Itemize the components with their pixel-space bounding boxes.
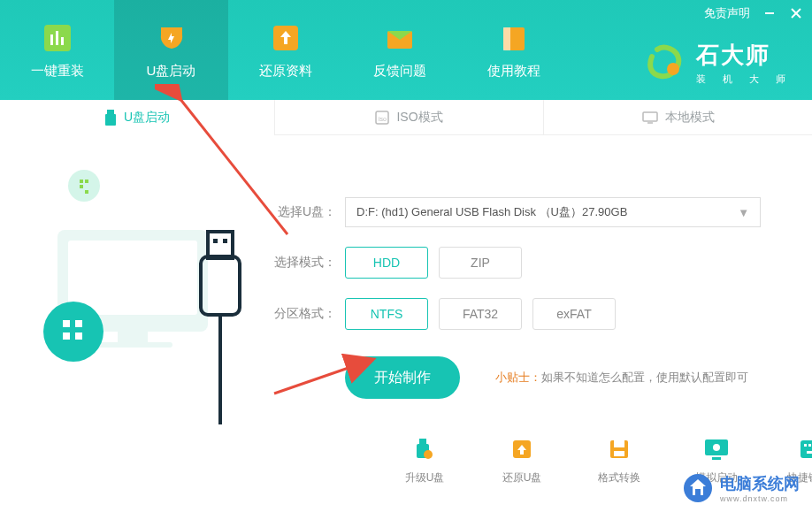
- subnav-label: ISO模式: [396, 110, 442, 126]
- nav-label: 使用教程: [487, 63, 540, 80]
- svg-rect-16: [643, 112, 657, 121]
- app-logo: 石大师 装 机 大 师: [647, 40, 793, 86]
- watermark-title: 电脑系统网: [720, 473, 800, 494]
- mail-icon: [382, 20, 417, 56]
- logo-title: 石大师: [696, 40, 793, 71]
- svg-rect-41: [801, 440, 812, 458]
- subnav-usb[interactable]: U盘启动: [0, 100, 274, 135]
- logo-subtitle: 装 机 大 师: [696, 73, 793, 86]
- svg-rect-46: [807, 451, 812, 454]
- svg-rect-25: [208, 232, 233, 258]
- action-row: 开始制作 小贴士：如果不知道怎么配置，使用默认配置即可: [345, 356, 777, 399]
- svg-rect-26: [213, 239, 218, 243]
- subnav-iso[interactable]: iso ISO模式: [274, 100, 543, 135]
- close-button[interactable]: [789, 6, 803, 20]
- svg-rect-13: [105, 114, 116, 126]
- usb-restore-icon: [508, 435, 536, 463]
- nav-label: U盘启动: [147, 63, 196, 80]
- usb-icon: [104, 110, 117, 126]
- start-button[interactable]: 开始制作: [345, 356, 460, 399]
- usb-select-row: 选择U盘： D:F: (hd1) General USB Flash Disk …: [274, 197, 777, 227]
- svg-rect-5: [56, 31, 58, 45]
- nav-tutorial[interactable]: 使用教程: [456, 0, 571, 100]
- mode-row: 选择模式： HDD ZIP: [274, 247, 777, 279]
- nav-label: 反馈问题: [373, 63, 426, 80]
- svg-rect-12: [107, 110, 114, 114]
- svg-rect-48: [695, 489, 701, 495]
- book-icon: [496, 20, 532, 56]
- tool-label: 格式转换: [598, 470, 640, 485]
- tip-text: 小贴士：如果不知道怎么配置，使用默认配置即可: [495, 370, 748, 386]
- mode-zip[interactable]: ZIP: [439, 247, 522, 279]
- subnav-local[interactable]: 本地模式: [543, 100, 812, 135]
- watermark-url: www.dnxtw.com: [720, 494, 800, 503]
- fs-ntfs[interactable]: NTFS: [345, 298, 428, 330]
- subnav-label: U盘启动: [124, 110, 170, 126]
- svg-text:iso: iso: [379, 116, 387, 122]
- watermark: 电脑系统网 www.dnxtw.com: [683, 473, 800, 503]
- tool-label: 升级U盘: [405, 470, 445, 485]
- tool-restore[interactable]: 还原U盘: [486, 435, 557, 485]
- svg-point-23: [43, 302, 103, 362]
- svg-rect-21: [118, 332, 148, 342]
- svg-point-18: [68, 170, 100, 202]
- svg-rect-22: [93, 342, 172, 348]
- tool-format[interactable]: 格式转换: [584, 435, 655, 485]
- tool-label: 还原U盘: [502, 470, 542, 485]
- svg-rect-36: [614, 440, 624, 447]
- tip-body: 如果不知道怎么配置，使用默认配置即可: [541, 371, 748, 384]
- usb-value: D:F: (hd1) General USB Flash Disk （U盘）27…: [356, 204, 627, 220]
- svg-rect-37: [614, 451, 624, 456]
- main-nav: 一键重装 U盘启动 还原资料 反馈问题 使用教程: [0, 0, 571, 100]
- svg-rect-10: [503, 27, 510, 50]
- usb-illustration: [31, 159, 261, 424]
- usb-upgrade-icon: [410, 435, 439, 463]
- upload-icon: [268, 20, 303, 56]
- minimize-button[interactable]: [762, 6, 777, 20]
- usb-dropdown[interactable]: D:F: (hd1) General USB Flash Disk （U盘）27…: [345, 197, 761, 227]
- subnav-label: 本地模式: [665, 110, 715, 126]
- fs-exfat[interactable]: exFAT: [532, 298, 616, 330]
- fs-row: 分区格式： NTFS FAT32 exFAT: [274, 298, 777, 330]
- nav-restore[interactable]: 还原资料: [228, 0, 342, 100]
- logo-icon: [647, 42, 687, 83]
- nav-usb-boot[interactable]: U盘启动: [114, 0, 228, 100]
- house-icon: [683, 473, 713, 503]
- mode-hdd[interactable]: HDD: [345, 247, 428, 279]
- svg-rect-40: [712, 457, 721, 460]
- nav-label: 一键重装: [31, 63, 84, 80]
- svg-rect-27: [223, 239, 227, 243]
- keyboard-icon: [800, 435, 812, 463]
- chevron-down-icon: ▼: [738, 206, 749, 219]
- usb-label: 选择U盘：: [274, 204, 336, 220]
- svg-point-11: [667, 63, 679, 75]
- mode-label: 选择模式：: [274, 255, 336, 271]
- svg-rect-4: [50, 34, 53, 45]
- svg-point-33: [424, 450, 433, 459]
- svg-rect-43: [808, 444, 811, 447]
- monitor-play-icon: [702, 435, 731, 463]
- shield-icon: [154, 20, 189, 56]
- disclaimer-link[interactable]: 免责声明: [704, 5, 750, 21]
- tip-label: 小贴士：: [495, 371, 541, 384]
- iso-icon: iso: [375, 111, 389, 125]
- nav-feedback[interactable]: 反馈问题: [342, 0, 456, 100]
- fs-fat32[interactable]: FAT32: [439, 298, 522, 330]
- monitor-icon: [642, 111, 658, 124]
- svg-rect-42: [804, 444, 807, 447]
- sub-nav: U盘启动 iso ISO模式 本地模式: [0, 100, 812, 135]
- svg-point-39: [713, 444, 720, 451]
- save-icon: [605, 435, 633, 463]
- svg-rect-31: [419, 439, 426, 444]
- svg-rect-6: [61, 37, 64, 45]
- nav-label: 还原资料: [259, 63, 312, 80]
- svg-rect-20: [68, 241, 197, 315]
- fs-label: 分区格式：: [274, 306, 336, 322]
- tool-upgrade[interactable]: 升级U盘: [389, 435, 460, 485]
- title-bar: 免责声明: [704, 5, 803, 21]
- app-header: 免责声明 一键重装 U盘启动 还原资料 反馈问题 使用教程 石大师 装 机 大 …: [0, 0, 812, 100]
- chart-icon: [40, 20, 75, 56]
- nav-reinstall[interactable]: 一键重装: [0, 0, 114, 100]
